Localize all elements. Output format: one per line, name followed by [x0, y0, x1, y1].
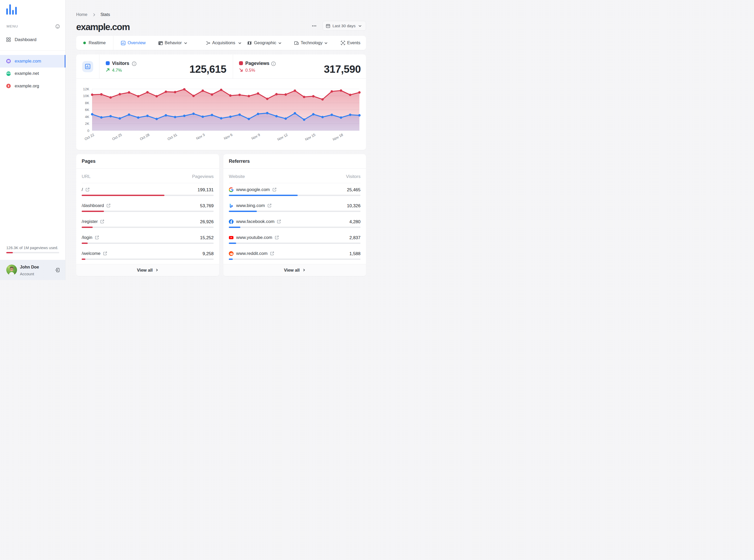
svg-text:Oct 25: Oct 25	[112, 133, 122, 141]
svg-text:2K: 2K	[85, 122, 89, 126]
svg-text:Nov 3: Nov 3	[196, 133, 206, 141]
svg-text:Oct 22: Oct 22	[84, 133, 95, 141]
svg-text:8K: 8K	[85, 101, 89, 105]
svg-text:Nov 9: Nov 9	[251, 133, 261, 141]
svg-text:Nov 18: Nov 18	[332, 133, 344, 142]
svg-text:Oct 31: Oct 31	[167, 133, 178, 141]
svg-text:0: 0	[87, 128, 89, 133]
svg-text:Nov 12: Nov 12	[277, 133, 289, 142]
svg-text:12K: 12K	[83, 87, 89, 91]
svg-text:Oct 28: Oct 28	[139, 133, 150, 141]
svg-text:Nov 6: Nov 6	[223, 133, 233, 141]
svg-text:4K: 4K	[85, 115, 89, 119]
svg-text:10K: 10K	[83, 94, 89, 98]
svg-text:6K: 6K	[85, 108, 89, 112]
svg-text:Nov 15: Nov 15	[305, 133, 316, 142]
